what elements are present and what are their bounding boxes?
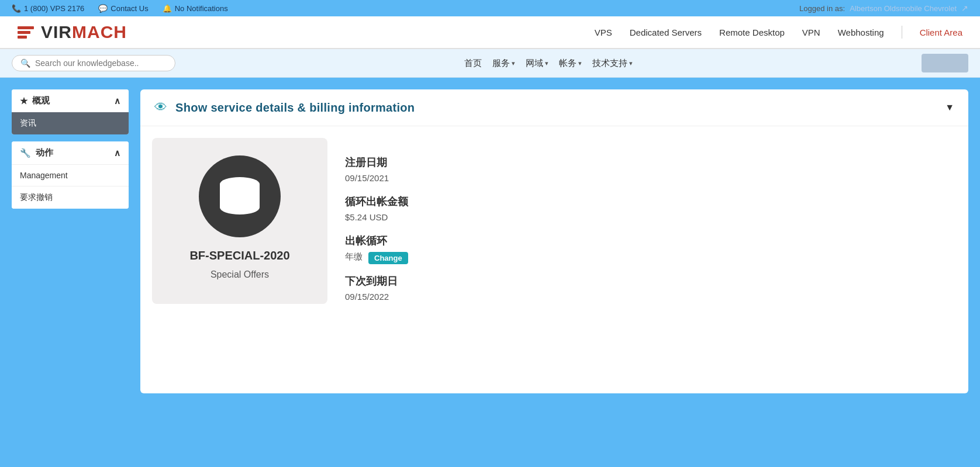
sidebar-actions-header[interactable]: 🔧 动作 ∧: [12, 141, 129, 164]
recurring-amount-label: 循环出帐金额: [345, 195, 408, 209]
account-arrow: ▾: [578, 60, 582, 67]
logo-bar-1: [18, 26, 34, 29]
header: VIRMACH VPS Dedicated Servers Remote Des…: [0, 16, 980, 49]
notifications-label: No Notifications: [175, 4, 228, 13]
logo-mach: MACH: [72, 22, 127, 41]
nav-remote-desktop[interactable]: Remote Desktop: [719, 27, 785, 37]
chevron-up-icon-2: ∧: [114, 148, 120, 158]
phone-item[interactable]: 📞 1 (800) VPS 2176: [12, 4, 84, 13]
chevron-up-icon: ∧: [114, 96, 120, 106]
sidebar-item-management[interactable]: Management: [12, 164, 129, 186]
nav-dedicated[interactable]: Dedicated Servers: [630, 27, 702, 37]
top-bar-right: Logged in as: Albertson Oldsmobile Chevr…: [799, 4, 968, 13]
secondary-nav: 首页 服务 ▾ 网域 ▾ 帐务 ▾ 技术支持 ▾: [187, 58, 910, 69]
product-icon-circle: [199, 155, 281, 237]
database-icon: [216, 176, 263, 217]
product-card: BF-SPECIAL-2020 Special Offers: [152, 138, 327, 304]
sidebar-actions-label: 动作: [36, 147, 53, 158]
next-due-value: 09/15/2022: [345, 292, 389, 302]
nav-support[interactable]: 技术支持 ▾: [592, 58, 633, 69]
billing-cycle-value: 年缴: [345, 251, 363, 262]
services-arrow: ▾: [512, 60, 515, 67]
next-due-label: 下次到期日: [345, 274, 398, 288]
contact-label: Contact Us: [111, 4, 148, 13]
nav-vps[interactable]: VPS: [595, 27, 612, 37]
billing-cycle-label: 出帐循环: [345, 234, 387, 248]
sidebar-item-info[interactable]: 资讯: [12, 112, 129, 134]
chat-icon: 💬: [98, 4, 108, 13]
logo-vir: VIR: [41, 22, 72, 41]
phone-icon: 📞: [12, 4, 21, 13]
sidebar-overview-label: 概观: [32, 95, 50, 106]
nav-services[interactable]: 服务 ▾: [492, 58, 515, 69]
sidebar: ★ 概观 ∧ 资讯 🔧 动作 ∧ Management 要求撤销: [12, 89, 129, 393]
service-header[interactable]: 👁 Show service details & billing informa…: [140, 89, 968, 126]
nav-vpn[interactable]: VPN: [802, 27, 820, 37]
avatar: [922, 54, 968, 72]
nav-client-area[interactable]: Client Area: [920, 27, 962, 37]
sidebar-overview-header[interactable]: ★ 概观 ∧: [12, 89, 129, 112]
billing-info: 注册日期 09/15/2021 循环出帐金额 $5.24 USD 出帐循环 年缴…: [345, 138, 957, 304]
dropdown-arrow: ▼: [945, 102, 954, 113]
sidebar-actions-section: 🔧 动作 ∧ Management 要求撤销: [12, 141, 129, 209]
svg-point-6: [220, 200, 260, 215]
bell-icon: 🔔: [163, 4, 172, 13]
main-panel: 👁 Show service details & billing informa…: [140, 89, 968, 393]
change-button[interactable]: Change: [368, 252, 408, 264]
main-content: ★ 概观 ∧ 资讯 🔧 动作 ∧ Management 要求撤销 👁: [0, 78, 980, 405]
star-icon: ★: [20, 96, 27, 106]
username: Albertson Oldsmobile Chevrolet: [850, 4, 957, 13]
product-subtitle: Special Offers: [211, 269, 269, 280]
wrench-icon: 🔧: [20, 148, 31, 158]
support-arrow: ▾: [629, 60, 633, 67]
nav-divider: [902, 26, 902, 39]
main-nav: VPS Dedicated Servers Remote Desktop VPN…: [595, 26, 962, 39]
search-box[interactable]: 🔍: [12, 55, 175, 71]
logo-icon: [18, 26, 34, 39]
external-link-icon[interactable]: ↗: [961, 4, 968, 13]
nav-account[interactable]: 帐务 ▾: [559, 58, 582, 69]
domains-arrow: ▾: [545, 60, 548, 67]
eye-icon: 👁: [154, 100, 167, 115]
contact-item[interactable]: 💬 Contact Us: [98, 4, 148, 13]
search-input[interactable]: [35, 58, 167, 68]
reg-date-label: 注册日期: [345, 155, 387, 169]
billing-cycle-row: 年缴 Change: [345, 251, 408, 265]
logo-bar-2: [18, 31, 30, 34]
nav-domains[interactable]: 网域 ▾: [526, 58, 548, 69]
logo-text: VIRMACH: [41, 22, 127, 42]
logo-bar-3: [18, 36, 27, 39]
logged-in-label: Logged in as:: [799, 4, 845, 13]
reg-date-value: 09/15/2021: [345, 173, 389, 183]
nav-home[interactable]: 首页: [464, 58, 482, 69]
recurring-amount-value: $5.24 USD: [345, 212, 388, 222]
phone-number: 1 (800) VPS 2176: [24, 4, 84, 13]
search-icon: 🔍: [20, 58, 30, 68]
product-name: BF-SPECIAL-2020: [189, 249, 289, 262]
service-details: BF-SPECIAL-2020 Special Offers 注册日期 09/1…: [140, 126, 968, 316]
top-bar-left: 📞 1 (800) VPS 2176 💬 Contact Us 🔔 No Not…: [12, 4, 228, 13]
service-title: Show service details & billing informati…: [175, 101, 415, 115]
notifications-item[interactable]: 🔔 No Notifications: [163, 4, 228, 13]
secondary-bar: 🔍 首页 服务 ▾ 网域 ▾ 帐务 ▾ 技术支持 ▾: [0, 49, 980, 78]
logo[interactable]: VIRMACH: [18, 22, 127, 42]
top-bar: 📞 1 (800) VPS 2176 💬 Contact Us 🔔 No Not…: [0, 0, 980, 16]
nav-webhosting[interactable]: Webhosting: [838, 27, 884, 37]
sidebar-item-cancel[interactable]: 要求撤销: [12, 186, 129, 209]
sidebar-overview-section: ★ 概观 ∧ 资讯: [12, 89, 129, 134]
